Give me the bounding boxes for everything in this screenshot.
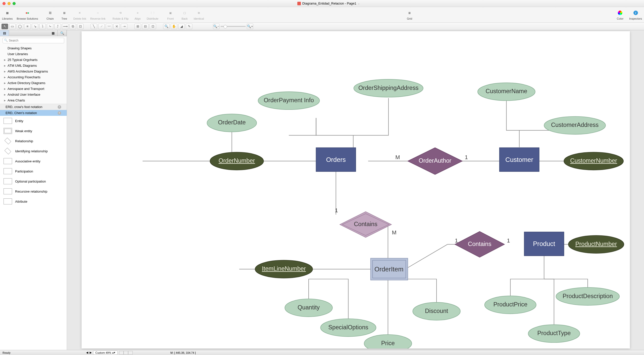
close-icon[interactable] (3, 2, 6, 5)
svg-text:1: 1 (465, 154, 468, 160)
minimize-icon[interactable] (8, 2, 11, 5)
nav-prev[interactable]: ◀ (86, 351, 88, 354)
svg-text:ProductPrice: ProductPrice (493, 301, 527, 308)
libraries-button[interactable]: ▦Libraries (2, 9, 13, 20)
group-1[interactable]: ⊞ (134, 24, 141, 29)
zoom-select[interactable]: Custom 49%▴▾ (93, 350, 118, 355)
canvas[interactable]: M 1 1 M 1 1 Orders Customer Product Orde… (82, 31, 630, 348)
shape-item[interactable]: Entity (0, 116, 67, 126)
statusbar: Ready ◀ ▶ Custom 49%▴▾ M: [ 445.38, 104.… (0, 350, 644, 355)
svg-text:1: 1 (507, 237, 510, 244)
svg-text:CustomerName: CustomerName (486, 88, 527, 94)
canvas-area[interactable]: M 1 1 M 1 1 Orders Customer Product Orde… (67, 30, 644, 350)
search-input[interactable] (3, 38, 64, 43)
connector-3[interactable]: ⤷ (47, 24, 53, 29)
color-button[interactable]: Color (615, 9, 625, 20)
library-tab[interactable]: ERD, Chen's notation× (0, 110, 67, 116)
connector-6[interactable]: ⧉ (69, 24, 76, 29)
svg-text:Customer: Customer (505, 156, 533, 163)
line-1[interactable]: ╲ (91, 24, 97, 29)
shape-item[interactable]: Optional participation (0, 176, 67, 186)
svg-text:ProductNumber: ProductNumber (575, 241, 617, 247)
connector-2[interactable]: ⤵ (39, 24, 46, 29)
connector-7[interactable]: ⊡ (77, 24, 84, 29)
shape-item[interactable]: Participation (0, 166, 67, 176)
pager[interactable] (119, 351, 133, 354)
shape-item[interactable]: Weak entity (0, 126, 67, 136)
browse-button[interactable]: ■■Browse Solutions (17, 9, 38, 20)
app-icon (297, 2, 301, 5)
library-item[interactable]: User Libraries (0, 51, 67, 57)
svg-text:OrderNumber: OrderNumber (219, 157, 255, 164)
identical-button: ⧉Identical (194, 9, 204, 20)
tree-button[interactable]: ⊞Tree (59, 9, 69, 20)
library-item[interactable]: ▶ATM UML Diagrams (0, 63, 67, 68)
svg-text:1: 1 (335, 207, 338, 214)
line-3[interactable]: 〰 (106, 24, 112, 29)
chevron-down-icon[interactable]: ⌄ (358, 2, 360, 5)
pointer-tool[interactable]: ↖ (2, 24, 8, 29)
library-item[interactable]: ▶Accounting Flowcharts (0, 74, 67, 80)
shape-item[interactable]: Attribute (0, 196, 67, 206)
pan-tool[interactable]: ✋ (171, 24, 177, 29)
delete-link-button: ✕Delete link (73, 9, 86, 20)
shape-item[interactable]: Relationship (0, 136, 67, 146)
line-4[interactable]: ⤨ (113, 24, 120, 29)
close-icon[interactable]: × (58, 111, 61, 115)
zoom-tool[interactable]: 🔍 (163, 24, 170, 29)
group-3[interactable]: ⊡ (150, 24, 156, 29)
shape-item[interactable]: Associative entity (0, 156, 67, 166)
shape-item[interactable]: Identifying relationship (0, 146, 67, 156)
sidebar-grid-view[interactable]: ▦ (49, 30, 58, 36)
svg-text:Product: Product (533, 240, 555, 247)
libraries-list: Drawing ShapesUser Libraries▶25 Typical … (0, 45, 67, 104)
rect-tool[interactable]: ▭ (9, 24, 16, 29)
highlight-tool[interactable]: ◢ (178, 24, 185, 29)
svg-text:OrderShippingAddress: OrderShippingAddress (359, 85, 419, 91)
connector-5[interactable]: ⟿ (62, 24, 68, 29)
window-controls[interactable] (3, 2, 16, 5)
line-5[interactable]: ⇢ (121, 24, 127, 29)
zoom-in-button[interactable]: 🔍+ (247, 24, 253, 29)
pen-tool[interactable]: ✎ (186, 24, 192, 29)
library-item[interactable]: ▶Active Directory Diagrams (0, 80, 67, 86)
svg-text:CustomerNumber: CustomerNumber (570, 157, 617, 164)
rotate-flip-button: ⟲Rotate & Flip (113, 9, 129, 20)
svg-text:Contains: Contains (354, 221, 377, 227)
text-tool[interactable]: ≡ (24, 24, 31, 29)
svg-text:Orders: Orders (326, 156, 346, 163)
inspectors-button[interactable]: iInspectors (629, 9, 642, 20)
ellipse-tool[interactable]: ◯ (17, 24, 23, 29)
chain-button[interactable]: ⛓Chain (45, 9, 55, 20)
library-item[interactable]: Drawing Shapes (0, 45, 67, 51)
main-toolbar: ▦Libraries ■■Browse Solutions ⛓Chain ⊞Tr… (0, 7, 644, 23)
library-item[interactable]: ▶AWS Architecture Diagrams (0, 68, 67, 74)
svg-text:ProductDescription: ProductDescription (563, 293, 613, 299)
align-button: ≡Align (133, 9, 143, 20)
zoom-slider[interactable] (221, 26, 246, 27)
window-title: Diagrama_Entidad_Relacion - Page1 ⌄ (16, 2, 641, 5)
group-2[interactable]: ⊟ (142, 24, 149, 29)
library-item[interactable]: ▶25 Typical Orgcharts (0, 57, 67, 63)
library-item[interactable]: ▶Area Charts (0, 97, 67, 103)
svg-text:OrderDate: OrderDate (218, 119, 246, 126)
library-item[interactable]: ▶Android User Interface (0, 92, 67, 97)
coords: M: [ 445.38, 104.74 ] (170, 351, 196, 354)
zoom-out-button[interactable]: 🔍− (213, 24, 220, 29)
svg-text:M: M (392, 229, 397, 236)
maximize-icon[interactable] (13, 2, 16, 5)
nav-next[interactable]: ▶ (90, 351, 92, 354)
library-item[interactable]: ▶Aerospace and Transport (0, 86, 67, 92)
sidebar-tab-libraries[interactable]: ▤ (0, 30, 9, 36)
sidebar-search[interactable]: 🔍 (58, 30, 67, 36)
svg-text:SpecialOptions: SpecialOptions (328, 324, 368, 331)
connector-1[interactable]: ↘ (32, 24, 38, 29)
connector-4[interactable]: ⤴ (54, 24, 61, 29)
close-icon[interactable]: × (58, 105, 61, 109)
front-button: ▣Front (165, 9, 175, 20)
grid-button[interactable]: ⊞Grid (405, 9, 415, 20)
line-2[interactable]: ⟋ (98, 24, 105, 29)
shape-item[interactable]: Recursive relationship (0, 186, 67, 196)
library-tab[interactable]: ERD, crow's foot notation× (0, 104, 67, 110)
reverse-link-button: ↔Reverse link (90, 9, 106, 20)
